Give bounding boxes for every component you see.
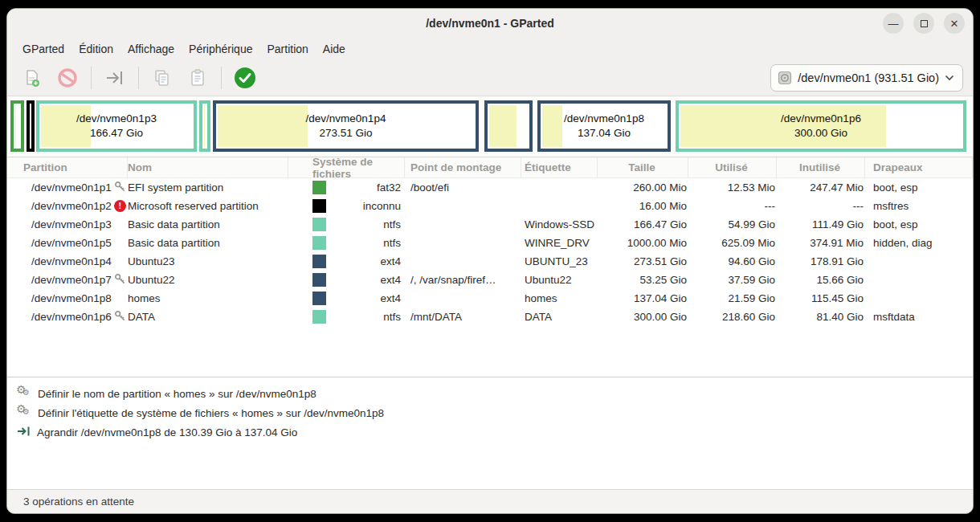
menu-item-edition[interactable]: Édition: [71, 40, 120, 58]
column-header-7[interactable]: Inutilisé: [777, 157, 865, 177]
label-cell: Windows-SSD: [521, 218, 598, 230]
size-cell: 260.00 Mio: [598, 181, 688, 194]
mounted-key-icon: [114, 181, 126, 195]
table-row[interactable]: /dev/nvme0n1p5Basic data partitionntfsWI…: [7, 234, 973, 252]
table-row[interactable]: /dev/nvme0n1p4Ubuntu23ext4UBUNTU_23273.5…: [7, 252, 973, 271]
gears-icon: ⚙⚙: [17, 406, 31, 420]
label-cell: Ubuntu22: [521, 274, 598, 286]
device-selector[interactable]: /dev/nvme0n1 (931.51 Gio): [770, 64, 963, 92]
used-cell: 12.53 Mio: [688, 181, 777, 194]
column-header-1[interactable]: Nom: [128, 157, 288, 177]
column-header-0[interactable]: Partition: [7, 157, 128, 177]
segment-body: [204, 105, 206, 147]
table-row[interactable]: /dev/nvme0n1p8homesext4homes137.04 Gio21…: [7, 289, 973, 308]
menu-item-affichage[interactable]: Affichage: [120, 40, 182, 58]
filesystem-name: ext4: [380, 292, 401, 304]
window-title: /dev/nvme0n1 - GParted: [426, 17, 554, 30]
column-header-2[interactable]: Système de fichiers: [288, 157, 405, 177]
size-cell: 137.04 Gio: [598, 292, 688, 304]
operation-text: Définir l'étiquette de système de fichie…: [38, 407, 384, 419]
device-selector-value: /dev/nvme0n1 (931.51 Gio): [798, 71, 939, 84]
mounted-key-icon: [114, 310, 126, 324]
disk-segment-nvme0n1p3[interactable]: /dev/nvme0n1p3166.47 Gio: [36, 100, 197, 152]
disk-segment-nvme0n1p1[interactable]: [10, 100, 24, 152]
disk-segment-nvme0n1p4[interactable]: /dev/nvme0n1p4273.51 Gio: [213, 100, 479, 152]
size-cell: 53.25 Gio: [598, 274, 688, 286]
status-text: 3 opérations en attente: [23, 495, 134, 508]
used-cell: 37.59 Gio: [688, 274, 777, 286]
segment-body: [489, 105, 528, 147]
key-icon: [114, 273, 126, 285]
table-row[interactable]: /dev/nvme0n1p2!Microsoft reserved partit…: [7, 197, 973, 215]
segment-label: /dev/nvme0n1p6300.00 Gio: [679, 104, 963, 149]
resize-move-button[interactable]: [100, 63, 130, 92]
table-row[interactable]: /dev/nvme0n1p1EFI system partitionfat32/…: [7, 178, 973, 197]
disk-segment-nvme0n1p7[interactable]: [484, 100, 533, 152]
segment-label: /dev/nvme0n1p4273.51 Gio: [216, 104, 476, 149]
mount-point-cell: /mnt/DATA: [405, 311, 521, 323]
column-header-4[interactable]: Étiquette: [521, 157, 598, 177]
disk-segment-nvme0n1p2[interactable]: [27, 100, 35, 152]
segment-body: [15, 105, 19, 147]
name-cell: Microsoft reserved partition: [128, 200, 288, 212]
paste-button[interactable]: [182, 63, 213, 92]
table-row[interactable]: /dev/nvme0n1p3Basic data partitionntfsWi…: [7, 215, 973, 234]
partition-cell: /dev/nvme0n1p5: [7, 237, 128, 249]
name-cell: DATA: [128, 311, 288, 323]
column-header-8[interactable]: Drapeaux: [865, 157, 973, 177]
filesystem-cell: ntfs: [288, 310, 405, 324]
table-row[interactable]: /dev/nvme0n1p6DATAntfs/mnt/DATADATA300.0…: [7, 308, 973, 326]
pending-operation-item: Agrandir /dev/nvme0n1p8 de 130.39 Gio à …: [17, 422, 973, 442]
used-cell: 54.99 Gio: [688, 218, 777, 230]
used-cell: 21.59 Gio: [688, 292, 777, 304]
maximize-button[interactable]: [913, 13, 934, 34]
close-button[interactable]: ✕: [944, 13, 965, 34]
disk-segment-nvme0n1p6[interactable]: /dev/nvme0n1p6300.00 Gio: [676, 100, 966, 152]
filesystem-cell: ntfs: [288, 218, 405, 231]
table-row[interactable]: /dev/nvme0n1p7Ubuntu22ext4/, /var/snap/f…: [7, 271, 973, 289]
column-header-3[interactable]: Point de montage: [405, 157, 521, 177]
menu-item-partition[interactable]: Partition: [259, 40, 315, 58]
column-header-5[interactable]: Taille: [598, 157, 688, 177]
disk-segment-nvme0n1p8[interactable]: /dev/nvme0n1p8137.04 Gio: [537, 100, 671, 152]
column-header-6[interactable]: Utilisé: [688, 157, 777, 177]
partition-path: /dev/nvme0n1p6: [31, 311, 112, 323]
delete-partition-button[interactable]: [52, 63, 83, 92]
menu-item-peripherique[interactable]: Périphérique: [182, 40, 259, 58]
menu-item-gparted[interactable]: GParted: [15, 40, 71, 58]
new-partition-button[interactable]: [17, 63, 47, 92]
size-cell: 300.00 Gio: [598, 311, 688, 323]
label-cell: WINRE_DRV: [521, 237, 598, 249]
filesystem-color-swatch: [312, 181, 326, 194]
partition-cell: /dev/nvme0n1p4: [7, 255, 128, 267]
partition-cell: /dev/nvme0n1p6: [7, 310, 128, 324]
filesystem-color-swatch: [312, 236, 326, 250]
partition-path: /dev/nvme0n1p7: [31, 274, 112, 286]
size-cell: 1000.00 Mio: [598, 237, 688, 249]
disk-segment-nvme0n1p5[interactable]: [199, 100, 210, 152]
disk-visual-bar: /dev/nvme0n1p3166.47 Gio/dev/nvme0n1p427…: [7, 96, 973, 157]
copy-button[interactable]: [147, 63, 178, 92]
partition-cell: /dev/nvme0n1p3: [7, 218, 128, 230]
unused-cell: 111.49 Gio: [777, 218, 865, 230]
pending-operation-item: ⚙⚙Définir l'étiquette de système de fich…: [17, 403, 973, 422]
filesystem-cell: inconnu: [288, 199, 405, 213]
toolbar: /dev/nvme0n1 (931.51 Gio): [7, 59, 973, 96]
partition-path: /dev/nvme0n1p2: [31, 200, 112, 212]
flags-cell: boot, esp: [865, 218, 973, 230]
menu-item-aide[interactable]: Aide: [316, 40, 353, 58]
segment-used-fill: [204, 105, 205, 147]
title-bar: /dev/nvme0n1 - GParted — ✕: [7, 9, 973, 38]
partition-path: /dev/nvme0n1p1: [31, 181, 112, 194]
unused-cell: 81.40 Gio: [777, 311, 865, 323]
filesystem-name: ntfs: [383, 237, 401, 249]
label-cell: UBUNTU_23: [521, 255, 598, 267]
name-cell: Basic data partition: [128, 218, 288, 230]
apply-operations-button[interactable]: [230, 63, 260, 92]
name-cell: EFI system partition: [128, 181, 288, 194]
pending-operation-item: ⚙⚙Définir le nom de partition « homes » …: [17, 384, 973, 403]
partition-cell: /dev/nvme0n1p7: [7, 273, 128, 288]
minimize-button[interactable]: —: [883, 13, 904, 34]
copy-icon: [153, 68, 172, 88]
toolbar-separator: [221, 67, 222, 89]
